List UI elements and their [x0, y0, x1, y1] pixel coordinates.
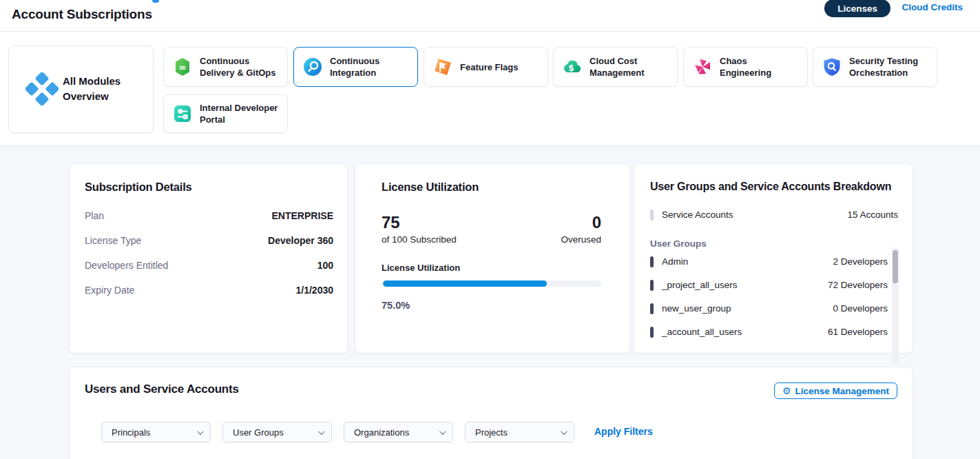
group-bullet: [650, 303, 654, 314]
module-label: Chaos Engineering: [720, 55, 800, 79]
cloud-credits-tab[interactable]: Cloud Credits: [901, 2, 963, 12]
organizations-filter-dropdown[interactable]: Organizations: [344, 422, 453, 442]
svg-text:$: $: [568, 63, 574, 73]
breakdown-card: User Groups and Service Accounts Breakdo…: [634, 163, 913, 354]
module-card-internal-developer-portal[interactable]: Internal Developer Portal: [163, 94, 288, 133]
overused-stat: 0 Overused: [561, 214, 601, 245]
module-label: Cloud Cost Management: [590, 55, 670, 79]
subscription-details-card: Subscription Details Plan ENTERPRISE Lic…: [69, 163, 348, 354]
user-group-row: _project_all_users 72 Developers: [650, 279, 888, 291]
chevron-down-icon: [318, 428, 325, 435]
internal-developer-portal-icon: [173, 104, 192, 123]
cloud-cost-icon: $: [563, 57, 582, 76]
module-card-cd-gitops[interactable]: ∞ Continuous Delivery & GitOps: [163, 47, 288, 87]
cd-gitops-icon: ∞: [173, 57, 192, 76]
license-management-button[interactable]: ⚙ License Management: [774, 382, 897, 399]
utilization-bar-label: License Utilization: [382, 263, 460, 273]
users-service-accounts-card: Users and Service Accounts ⚙ License Man…: [69, 367, 913, 459]
page-title: Account Subscriptions: [12, 7, 152, 22]
modules-strip: All Modules Overview ∞ Continuous Delive…: [0, 32, 980, 146]
chevron-down-icon: [197, 428, 204, 435]
user-groups-filter-dropdown[interactable]: User Groups: [222, 422, 332, 442]
feature-flags-icon: [433, 57, 452, 76]
group-bullet: [650, 256, 654, 267]
groups-scrollbar-track[interactable]: [892, 247, 899, 365]
projects-filter-dropdown[interactable]: Projects: [465, 422, 574, 442]
page-header: Account Subscriptions Licenses Cloud Cre…: [0, 0, 980, 32]
user-group-row: _account_all_users 61 Developers: [650, 326, 888, 338]
module-card-continuous-integration[interactable]: Continuous Integration: [293, 47, 418, 87]
all-modules-icon: [25, 72, 59, 105]
module-label: Feature Flags: [460, 61, 519, 73]
developers-entitled-row: Developers Entitled 100: [85, 259, 333, 272]
module-card-chaos-engineering[interactable]: Chaos Engineering: [683, 47, 808, 87]
module-card-security-testing[interactable]: Security Testing Orchestration: [813, 47, 937, 87]
utilization-progress-track: [383, 280, 601, 287]
expiry-date-row: Expiry Date 1/1/2030: [85, 284, 333, 296]
breakdown-title: User Groups and Service Accounts Breakdo…: [650, 181, 891, 193]
utilization-percent: 75.0%: [382, 300, 410, 311]
module-label: Continuous Delivery & GitOps: [200, 55, 280, 79]
all-modules-overview-card[interactable]: All Modules Overview: [8, 45, 154, 133]
licenses-tab[interactable]: Licenses: [824, 0, 890, 17]
user-group-row: Admin 2 Developers: [650, 256, 888, 267]
license-utilization-card: License Utilization 75 of 100 Subscribed…: [355, 163, 631, 354]
module-label: Internal Developer Portal: [200, 102, 280, 125]
users-section-title: Users and Service Accounts: [85, 382, 239, 396]
groups-scrollbar-thumb[interactable]: [893, 250, 898, 283]
module-card-feature-flags[interactable]: Feature Flags: [424, 47, 548, 87]
all-modules-label: All Modules Overview: [63, 74, 121, 104]
chevron-down-icon: [561, 428, 567, 435]
utilization-progress-fill: [383, 280, 547, 287]
user-group-row: new_user_group 0 Developers: [650, 303, 888, 314]
plan-row: Plan ENTERPRISE: [85, 210, 333, 222]
module-label: Security Testing Orchestration: [849, 55, 930, 79]
subscription-details-title: Subscription Details: [85, 181, 192, 194]
group-bullet: [650, 327, 654, 338]
chevron-down-icon: [439, 428, 446, 435]
service-accounts-bullet: [650, 210, 654, 221]
clipped-info-icon: [152, 0, 159, 3]
principals-filter-dropdown[interactable]: Principals: [101, 422, 211, 442]
apply-filters-link[interactable]: Apply Filters: [594, 426, 653, 437]
license-utilization-title: License Utilization: [382, 181, 479, 194]
group-bullet: [650, 280, 654, 291]
module-label: Continuous Integration: [330, 55, 410, 79]
security-testing-icon: [822, 57, 842, 76]
subscribed-stat: 75 of 100 Subscribed: [382, 214, 457, 245]
service-accounts-row: Service Accounts 15 Accounts: [650, 209, 888, 221]
module-card-cloud-cost[interactable]: $ Cloud Cost Management: [553, 47, 678, 87]
gear-icon: ⚙: [782, 386, 791, 396]
user-groups-subheader: User Groups: [650, 238, 707, 249]
chaos-engineering-icon: [693, 57, 712, 76]
svg-text:∞: ∞: [179, 62, 187, 72]
license-type-row: License Type Developer 360: [85, 234, 333, 247]
continuous-integration-icon: [303, 57, 322, 76]
